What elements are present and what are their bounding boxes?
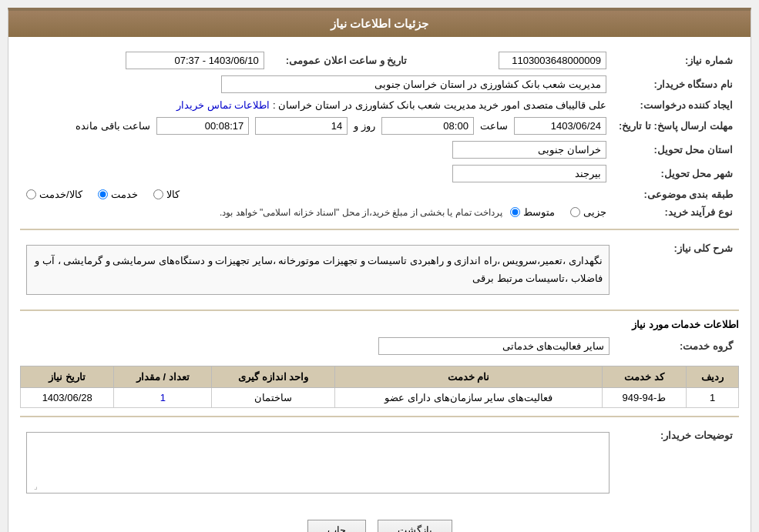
info-table-comments: توضیحات خریدار: ⌟ [20,425,739,500]
need-number-input: 1103003648000009 [499,52,606,69]
reply-days-input: 14 [255,117,348,135]
category-option-service: خدمت [98,189,138,200]
info-table-desc: شرح کلی نیاز: نگهداری ،تعمیر،سرویس ،راه … [20,238,739,302]
purchase-option-medium: متوسط [510,206,555,218]
buyer-org-value-cell: مدیریت شعب بانک کشاورزی در استان خراسان … [20,72,613,96]
need-number-value-cell: 1103003648000009 [413,49,612,72]
info-table-top: شماره نیاز: 1103003648000009 تاریخ و ساع… [20,49,739,221]
card-body: شماره نیاز: 1103003648000009 تاریخ و ساع… [8,37,751,532]
col-header-name: نام خدمت [335,366,603,387]
city-input: بیرجند [452,165,606,182]
province-value-cell: خراسان جنوبی [20,138,613,162]
divider-1 [20,229,739,230]
category-service-label: خدمت [111,189,138,200]
reply-deadline-value-cell: 1403/06/24 ساعت 08:00 روز و 14 00: [20,114,613,138]
purchase-medium-label: متوسط [523,206,555,218]
province-value: خراسان جنوبی [538,144,601,156]
col-header-row: ردیف [687,366,739,387]
purchase-type-label: نوع فرآیند خرید: [613,203,739,221]
page-container: جزئیات اطلاعات نیاز شماره نیاز: 11030036… [0,0,759,532]
service-group-value-cell: سایر فعالیت‌های خدماتی [20,334,616,358]
reply-date: 1403/06/24 [551,120,601,132]
purchase-partial-label: جزیی [583,206,606,218]
reply-deadline-label: مهلت ارسال پاسخ: تا تاریخ: [613,114,739,138]
resize-handle-icon: ⌟ [29,482,38,491]
buyer-org-value: مدیریت شعب بانک کشاورزی در استان خراسان … [374,79,601,90]
category-value-cell: کالا/خدمت خدمت کالا [20,186,613,203]
category-option-goods: کالا [153,189,180,200]
buyer-org-input: مدیریت شعب بانک کشاورزی در استان خراسان … [221,75,606,93]
category-goods-label: کالا [166,189,180,200]
divider-3 [20,416,739,417]
need-number-label: شماره نیاز: [613,49,739,72]
reply-time-input: 08:00 [381,117,474,135]
reply-days: 14 [331,120,342,132]
city-label: شهر محل تحویل: [613,162,739,186]
purchase-option-partial: جزیی [570,206,606,218]
province-input: خراسان جنوبی [452,141,606,159]
category-label: طبقه بندی موضوعی: [613,186,739,203]
services-section-title: اطلاعات خدمات مورد نیاز [20,319,739,330]
need-desc-value-cell: نگهداری ،تعمیر،سرویس ،راه اندازی و راهبر… [20,238,616,302]
need-number-value: 1103003648000009 [512,55,601,66]
remaining-time: 00:08:17 [205,120,244,132]
date-time-value: 1403/06/10 - 07:37 [175,55,259,66]
cell-unit: ساختمان [212,387,335,407]
table-row: 1 ط-94-949 فعالیت‌های سایر سازمان‌های دا… [21,387,739,407]
reply-time: 08:00 [443,120,468,132]
buyer-comments-label: توضیحات خریدار: [616,425,739,500]
province-label: استان محل تحویل: [613,138,739,162]
cell-name: فعالیت‌های سایر سازمان‌های دارای عضو [335,387,603,407]
date-time-label: تاریخ و ساعت اعلان عمومی: [270,49,414,72]
col-header-unit: واحد اندازه گیری [212,366,335,387]
city-value: بیرجند [575,168,601,179]
divider-2 [20,309,739,311]
buttons-row: بازگشت چاپ [20,512,739,532]
service-group-input: سایر فعالیت‌های خدماتی [378,337,610,355]
service-group-value: سایر فعالیت‌های خدماتی [502,340,604,352]
back-button[interactable]: بازگشت [378,520,452,532]
category-radio-group: کالا/خدمت خدمت کالا [26,189,606,200]
col-header-date: تاریخ نیاز [21,366,114,387]
category-option-goods-service: کالا/خدمت [26,189,82,200]
reply-date-input: 1403/06/24 [514,117,606,135]
category-radio-goods[interactable] [153,189,163,199]
creator-contact-link[interactable]: اطلاعات تماس خریدار [176,99,270,111]
cell-row: 1 [687,387,739,407]
purchase-radio-medium[interactable] [510,207,520,217]
buyer-comments-inner [27,433,609,487]
col-header-qty: تعداد / مقدار [114,366,212,387]
date-time-value-cell: 1403/06/10 - 07:37 [20,49,270,72]
info-table-service-group: گروه خدمت: سایر فعالیت‌های خدماتی [20,334,739,358]
remaining-label: ساعت باقی مانده [76,120,150,132]
buyer-comments-box: ⌟ [26,432,610,494]
purchase-type-value-cell: متوسط جزیی پرداخت تمام یا بخشی از مبلغ خ… [20,203,613,221]
cell-qty: 1 [114,387,212,407]
buyer-org-label: نام دستگاه خریدار: [613,72,739,96]
cell-code: ط-94-949 [602,387,686,407]
need-desc-box: نگهداری ،تعمیر،سرویس ،راه اندازی و راهبر… [26,245,610,295]
print-button[interactable]: چاپ [307,520,366,532]
need-desc-label: شرح کلی نیاز: [616,238,739,302]
category-radio-goods-service[interactable] [26,189,36,199]
creator-label: ایجاد کننده درخواست: [613,96,739,114]
reply-time-label: ساعت [480,120,508,132]
service-table: ردیف کد خدمت نام خدمت واحد اندازه گیری ت… [20,366,739,408]
category-radio-service[interactable] [98,189,108,199]
service-group-label: گروه خدمت: [616,334,739,358]
need-desc-value: نگهداری ،تعمیر،سرویس ،راه اندازی و راهبر… [35,255,603,284]
purchase-radio-partial[interactable] [570,207,580,217]
date-time-input: 1403/06/10 - 07:37 [126,52,264,69]
col-header-code: کد خدمت [602,366,686,387]
creator-value-cell: علی قالیباف متصدی امور خرید مدیریت شعب ب… [20,96,613,114]
reply-day-label: روز و [354,120,375,132]
cell-date: 1403/06/28 [21,387,114,407]
creator-name: علی قالیباف متصدی امور خرید مدیریت شعب ب… [273,99,606,111]
page-title: جزئیات اطلاعات نیاز [331,17,428,30]
card-header: جزئیات اطلاعات نیاز [8,11,751,37]
buyer-comments-value-cell: ⌟ [20,425,616,500]
remaining-time-input: 00:08:17 [156,117,249,135]
purchase-note: پرداخت تمام یا بخشی از مبلغ خرید،از محل … [220,207,502,218]
city-value-cell: بیرجند [20,162,613,186]
main-card: جزئیات اطلاعات نیاز شماره نیاز: 11030036… [8,8,751,532]
